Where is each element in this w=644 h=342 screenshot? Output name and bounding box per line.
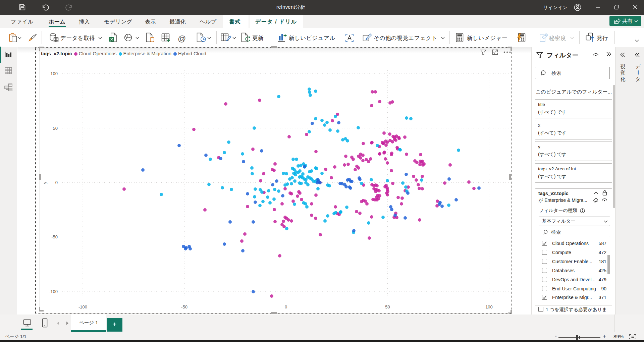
- svg-text:100: 100: [50, 71, 58, 76]
- svg-text:100: 100: [485, 304, 493, 309]
- svg-text:-100: -100: [49, 289, 58, 294]
- svg-text:50: 50: [53, 126, 58, 131]
- svg-text:-100: -100: [78, 304, 87, 309]
- svg-text:-50: -50: [51, 234, 58, 239]
- svg-text:0: 0: [55, 180, 58, 185]
- svg-text:y: y: [42, 181, 47, 184]
- svg-text:0: 0: [285, 304, 287, 309]
- svg-text:-50: -50: [181, 304, 187, 309]
- svg-text:50: 50: [385, 304, 390, 309]
